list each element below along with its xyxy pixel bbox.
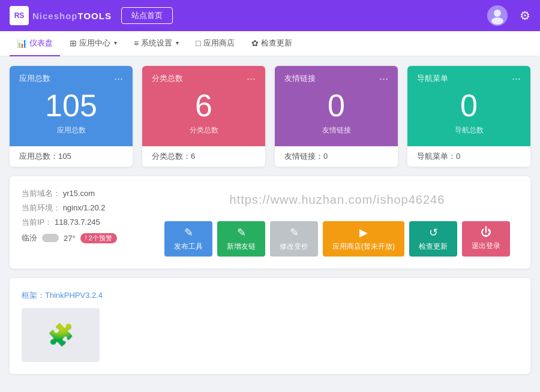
stat-card-friendlinks-menu[interactable]: ··· — [379, 73, 388, 84]
info-ip-value: 118.73.7.245 — [55, 218, 100, 227]
stat-card-categories-top: 分类总数 ··· 6 分类总数 — [142, 66, 265, 145]
modify-logo-button[interactable]: ✎ 修改变价 — [270, 221, 318, 257]
framework-value: ThinkPHPV3.2.4 — [45, 291, 103, 300]
chevron-down-icon-2: ▾ — [176, 40, 179, 46]
url-display: https://www.huzhan.com/ishop46246 — [156, 193, 518, 207]
stat-card-navmenu-menu[interactable]: ··· — [512, 73, 521, 84]
nav-label-apps: 应用中心 — [79, 38, 110, 49]
stat-card-categories-title: 分类总数 — [152, 73, 183, 84]
weather-toggle — [42, 234, 59, 242]
stat-card-friendlinks-value: 0 — [328, 89, 345, 123]
avatar[interactable] — [487, 5, 508, 26]
modify-logo-label: 修改变价 — [280, 242, 308, 252]
info-env-value: nginx/1.20.2 — [63, 203, 106, 212]
info-center: https://www.huzhan.com/ishop46246 ✎ 发布工具… — [156, 188, 518, 257]
stat-card-categories-sublabel: 分类总数 — [190, 125, 218, 135]
info-ip-label: 当前IP： — [22, 218, 52, 227]
nav-item-dashboard[interactable]: 📊 仪表盘 — [10, 31, 60, 56]
stat-categories-bottom-label: 分类总数： — [152, 152, 191, 161]
nav-label-settings: 系统设置 — [141, 38, 172, 49]
weather-badge-text: 2个预警 — [89, 234, 112, 243]
nav-item-settings[interactable]: ≡ 系统设置 ▾ — [127, 31, 186, 56]
main-nav: 📊 仪表盘 ⊞ 应用中心 ▾ ≡ 系统设置 ▾ □ 应用商店 ✿ 检查更新 — [0, 31, 540, 56]
svg-point-2 — [491, 17, 503, 25]
weather-temp: 27° — [64, 234, 76, 243]
stat-card-apps-value: 105 — [45, 89, 97, 123]
stat-card-friendlinks: 友情链接 ··· 0 友情链接 友情链接：0 — [275, 66, 398, 167]
info-domain: 当前域名： yr15.com — [22, 188, 142, 199]
logo-tools: TOOLS — [78, 11, 112, 21]
action-buttons: ✎ 发布工具 ✎ 新增友链 ✎ 修改变价 ▶ 应用商店(暂未开放) ↺ — [156, 221, 518, 257]
stat-card-navmenu-top: 导航菜单 ··· 0 导航总数 — [407, 66, 530, 145]
svg-point-1 — [494, 10, 501, 17]
app-store-icon: ▶ — [359, 226, 368, 239]
publish-tool-icon: ✎ — [184, 226, 193, 239]
apps-icon: ⊞ — [70, 38, 77, 48]
framework-logo-box: 🧩 — [22, 308, 100, 362]
dashboard-icon: 📊 — [17, 38, 27, 48]
nav-item-apps[interactable]: ⊞ 应用中心 ▾ — [62, 31, 124, 56]
info-domain-value: yr15.com — [63, 189, 95, 198]
publish-tool-button[interactable]: ✎ 发布工具 — [164, 221, 212, 257]
nav-item-store[interactable]: □ 应用商店 — [188, 31, 241, 56]
stat-card-apps-menu[interactable]: ··· — [114, 73, 123, 84]
check-update-icon: ↺ — [429, 226, 438, 239]
logo: RS NiceshopTOOLS — [10, 6, 112, 25]
info-domain-label: 当前域名： — [22, 189, 61, 198]
weather-badge: ! 2个预警 — [80, 233, 117, 243]
info-left: 当前域名： yr15.com 当前环境： nginx/1.20.2 当前IP： … — [22, 188, 142, 243]
stat-card-apps-title: 应用总数 — [19, 73, 50, 84]
logout-label: 退出登录 — [472, 241, 500, 251]
info-env-label: 当前环境： — [22, 203, 61, 212]
home-button[interactable]: 站点首页 — [121, 7, 173, 24]
nav-label-dashboard: 仪表盘 — [29, 38, 53, 49]
store-icon: □ — [196, 38, 200, 48]
weather-row: 临汾 27° ! 2个预警 — [22, 233, 142, 243]
stat-navmenu-bottom-value: 0 — [456, 152, 460, 161]
logout-button[interactable]: ⏻ 退出登录 — [462, 221, 510, 257]
framework-title: 框架：ThinkPHPV3.2.4 — [22, 290, 518, 301]
stat-card-navmenu-bottom: 导航菜单：0 — [407, 145, 530, 167]
stat-apps-bottom-value: 105 — [58, 152, 71, 161]
settings-gear-icon[interactable]: ⚙ — [520, 8, 530, 23]
stat-apps-bottom-label: 应用总数： — [19, 152, 58, 161]
logo-name: NiceshopTOOLS — [32, 11, 112, 21]
stat-card-apps: 应用总数 ··· 105 应用总数 应用总数：105 — [10, 66, 133, 167]
stat-card-friendlinks-header: 友情链接 ··· — [284, 73, 388, 84]
new-friend-button[interactable]: ✎ 新增友链 — [217, 221, 265, 257]
stat-card-categories: 分类总数 ··· 6 分类总数 分类总数：6 — [142, 66, 265, 167]
check-update-button[interactable]: ↺ 检查更新 — [409, 221, 457, 257]
info-panel: 当前域名： yr15.com 当前环境： nginx/1.20.2 当前IP： … — [10, 176, 530, 269]
puzzle-icon: 🧩 — [47, 322, 74, 348]
warning-icon: ! — [85, 234, 87, 242]
stat-card-navmenu: 导航菜单 ··· 0 导航总数 导航菜单：0 — [407, 66, 530, 167]
logo-rs-icon: RS — [10, 6, 29, 25]
nav-label-update: 检查更新 — [261, 38, 292, 49]
stat-card-apps-header: 应用总数 ··· — [19, 73, 123, 84]
stat-card-friendlinks-bottom: 友情链接：0 — [275, 145, 398, 167]
logo-niceshop: Niceshop — [32, 11, 78, 21]
check-update-label: 检查更新 — [419, 242, 448, 252]
stat-navmenu-bottom-label: 导航菜单： — [417, 152, 456, 161]
weather-city: 临汾 — [22, 233, 37, 243]
nav-item-update[interactable]: ✿ 检查更新 — [244, 31, 299, 56]
app-store-button[interactable]: ▶ 应用商店(暂未开放) — [323, 221, 404, 257]
stat-friendlinks-bottom-value: 0 — [323, 152, 328, 161]
stat-card-friendlinks-title: 友情链接 — [284, 73, 316, 84]
logout-icon: ⏻ — [481, 226, 491, 239]
framework-label: 框架： — [22, 291, 45, 300]
stat-card-friendlinks-top: 友情链接 ··· 0 友情链接 — [275, 66, 398, 145]
new-friend-label: 新增友链 — [227, 242, 256, 252]
main-content: 应用总数 ··· 105 应用总数 应用总数：105 分类总数 ··· 6 分类… — [0, 56, 540, 384]
nav-label-store: 应用商店 — [203, 38, 235, 49]
stat-card-navmenu-sublabel: 导航总数 — [455, 125, 484, 135]
stat-card-categories-bottom: 分类总数：6 — [142, 145, 265, 167]
stat-card-navmenu-title: 导航菜单 — [417, 73, 448, 84]
stat-card-apps-top: 应用总数 ··· 105 应用总数 — [10, 66, 133, 145]
stat-card-categories-menu[interactable]: ··· — [247, 73, 256, 84]
framework-panel: 框架：ThinkPHPV3.2.4 🧩 — [10, 278, 530, 374]
stat-card-categories-value: 6 — [195, 89, 212, 123]
stat-card-friendlinks-sublabel: 友情链接 — [322, 125, 351, 135]
app-store-label: 应用商店(暂未开放) — [332, 242, 395, 252]
stat-card-apps-sublabel: 应用总数 — [57, 125, 86, 135]
